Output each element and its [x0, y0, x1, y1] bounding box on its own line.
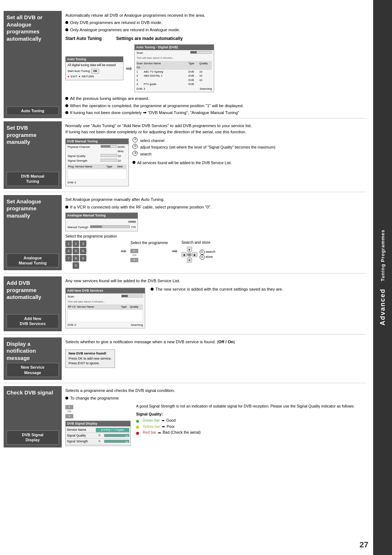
new-service-line2: Press OK to add new service.: [69, 356, 112, 361]
num-btn-7[interactable]: 7: [65, 255, 72, 262]
add-dvb-title: Add DVB programme automatically: [7, 279, 59, 301]
add-dvb-table-body: [68, 309, 143, 322]
check-dvb-content: Selects a programme and checks the DVB s…: [65, 386, 366, 447]
new-service-subtitle: New ServiceMessage: [7, 363, 59, 377]
auto-tuning-panel-title: Auto Tuning: [66, 57, 123, 62]
nav-ok[interactable]: OK: [187, 252, 192, 257]
add-dvb-section: Add DVB programme automatically Add NewD…: [4, 274, 366, 335]
auto-tuning-title: Set all DVB or Analogue programmes autom…: [7, 14, 59, 42]
phys-bar: [101, 145, 117, 148]
num-btn-3[interactable]: 3: [80, 240, 86, 247]
new-service-label: Display a notification message New Servi…: [4, 337, 62, 380]
check-ch-updown: ∧ CH ∨: [65, 405, 73, 418]
auto-tuning-right-title: Auto Tuning - Digital (DVB): [135, 45, 214, 50]
search-store-section: Search and store ▲ ◀ OK ▶ ▼ ① s: [181, 240, 216, 263]
check-dvb-right: A good Signal Strength is not an indicat…: [136, 404, 366, 436]
new-service-section: Display a notification message New Servi…: [4, 335, 366, 383]
sq-red: Red bar ➡ Bad (Check the aerial): [136, 430, 366, 436]
num-btn-2[interactable]: 2: [73, 240, 79, 247]
nav-down[interactable]: ▼: [187, 258, 192, 263]
bullet-dvb-mode: Only DVB programmes are retuned in DVB m…: [65, 20, 366, 26]
analogue-bullet: If a VCR is connected only with the RF c…: [65, 204, 366, 210]
bullet-dot: [65, 397, 68, 400]
bullet-dot: [151, 288, 154, 291]
nav-up[interactable]: ▲: [187, 247, 192, 252]
service-name-value: [CH53] 7 7 Digital: [96, 428, 129, 432]
ch-up[interactable]: ∧: [130, 249, 138, 253]
check-dvb-layout: ∧ CH ∨ DVB Signal Display Service Name […: [65, 404, 366, 446]
add-dvb-right: The new service is added with the curren…: [151, 286, 366, 293]
new-service-title: Display a notification message: [7, 340, 59, 362]
signal-strength-bar: 10: [104, 440, 129, 443]
check-ch-down[interactable]: ∨: [65, 414, 73, 418]
diagram-arrow: ➡: [126, 62, 132, 74]
num-btn-5[interactable]: 5: [73, 248, 79, 254]
search-label: ① search: [200, 250, 216, 255]
check-ch-up[interactable]: ∧: [65, 405, 73, 409]
add-scan-bar: [121, 295, 143, 297]
add-dvb-panel: Add New DVB Services Scan This will take…: [65, 288, 145, 328]
check-dvb-bullet: To change the programme: [65, 395, 366, 401]
analogue-manual-section: Set Analogue programme manually Analogue…: [4, 192, 366, 274]
step-1: ① select channel: [132, 137, 275, 144]
add-dvb-table-header: RF ChService NameTypeQuality: [68, 304, 143, 309]
bullet-dot: [65, 97, 68, 100]
analogue-bar-row: Manual Tuning 0 775: [68, 225, 136, 230]
table-header-row: Scan Ch Service Name Type Quality: [136, 61, 212, 70]
auto-tuning-diagram: Auto Tuning All digital tuning data will…: [65, 43, 366, 94]
nav-labels: ▲ ◀ OK ▶ ▼ ① search ② store: [181, 247, 216, 263]
sq-bar: [101, 154, 117, 157]
check-ch-label: CH: [68, 410, 71, 414]
dvb-panel: DVB Manual Tuning Physical Channel 40/60…: [65, 138, 129, 186]
dvb-signal-row-strength: Signal Strength 0 10: [67, 439, 129, 445]
dvb-table-header: ProgService NameTypeNew: [68, 164, 127, 169]
num-grid[interactable]: 1 2 3 4 5 6 7 8 9 0: [65, 240, 117, 269]
scan-row: Scan: [136, 51, 212, 55]
check-dvb-title: Check DVB signal: [7, 389, 59, 396]
bullet-dot: [132, 161, 135, 164]
add-dvb-bottom: DVB: 0 Searching: [68, 323, 143, 327]
main-content: Set all DVB or Analogue programmes autom…: [0, 7, 373, 454]
ch-updown: ∧ CH ∨: [130, 249, 138, 262]
nav-left[interactable]: ◀: [181, 252, 187, 257]
num-btn-4[interactable]: 4: [65, 248, 72, 254]
auto-tuning-left-panel: Auto Tuning All digital tuning data will…: [65, 56, 123, 80]
analogue-panel: Analogue Manual Tuning CH33 Manual Tunin…: [65, 212, 138, 231]
new-service-intro: Selects whether to give a notification m…: [65, 339, 366, 345]
right-sidebar: Tuning Programmes Advanced: [373, 0, 392, 555]
dvb-manual-title: Set DVB programme manually: [7, 124, 59, 146]
page-container: Tuning Programmes Advanced Set all DVB o…: [0, 0, 392, 555]
start-auto-tuning-heading: Start Auto Tuning: [65, 35, 102, 42]
auto-tuning-panel-text: All digital tuning data will be erased: [68, 63, 121, 68]
bullet-completed: When the operation is completed, the pro…: [65, 103, 366, 109]
num-btn-9[interactable]: 9: [80, 255, 86, 262]
bullet-analogue-mode: Only Analogue programmes are retuned in …: [65, 27, 366, 33]
dvb-signal-row-quality: Signal Quality 0 10: [67, 433, 129, 439]
add-dvb-scan-row: Scan: [68, 295, 143, 299]
bullet-dot: [65, 111, 68, 114]
num-btn-1[interactable]: 1: [65, 240, 72, 247]
num-btn-8[interactable]: 8: [73, 255, 79, 262]
search-store-labels: ① search ② store: [200, 250, 216, 260]
auto-tuning-content: Automatically retune all DVB or Analogue…: [65, 11, 366, 118]
dvb-signal-row-name: Service Name [CH53] 7 7 Digital: [67, 427, 129, 433]
add-dvb-panel-title: Add New DVB Services: [66, 288, 145, 294]
bullet-dot: [65, 21, 68, 24]
dvb-manual-section: Set DVB programme manually DVB ManualTun…: [4, 118, 366, 192]
add-dvb-layout: Add New DVB Services Scan This will take…: [65, 286, 366, 330]
ch-down[interactable]: ∨: [130, 258, 138, 262]
store-label: ② store: [200, 255, 216, 260]
bullet-not-complete: If tuning has not been done completely ➡…: [65, 110, 366, 116]
scan-bar-fill: [191, 51, 197, 53]
bullet-dot: [65, 28, 68, 31]
circular-nav[interactable]: ▲ ◀ OK ▶ ▼: [181, 247, 197, 263]
num-btn-0[interactable]: 0: [73, 262, 79, 269]
auto-tuning-right-panel: Auto Tuning - Digital (DVB) Scan This wi…: [134, 44, 214, 93]
check-dvb-left: ∧ CH ∨ DVB Signal Display Service Name […: [65, 404, 131, 446]
nav-right[interactable]: ▶: [192, 252, 197, 257]
ss-bar: [101, 159, 117, 162]
analogue-intro: Set Analogue programme manually after Au…: [65, 197, 366, 203]
num-btn-6[interactable]: 6: [80, 248, 86, 254]
sq-yellow: Yellow bar ➡ Poor: [136, 424, 366, 430]
ok-btn[interactable]: OK: [91, 69, 99, 74]
